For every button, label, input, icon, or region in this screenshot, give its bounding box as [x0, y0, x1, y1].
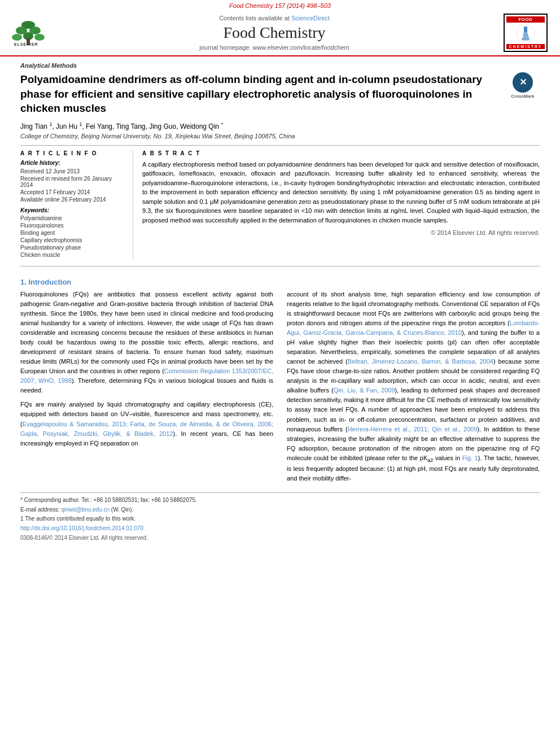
header-center: Contents lists available at ScienceDirec…: [45, 15, 504, 51]
article-info-column: A R T I C L E I N F O Article history: R…: [20, 150, 133, 259]
crossmark-circle: ✕: [513, 72, 533, 93]
body-right-col: account of its short analysis time, high…: [287, 290, 540, 488]
footnote-email: E-mail address: qinwd@bnu.edu.cn (W. Qin…: [20, 506, 540, 514]
svg-point-13: [526, 37, 527, 38]
svg-rect-10: [524, 27, 527, 32]
keyword-6: Chicken muscle: [20, 252, 124, 258]
body-content: 1. Introduction Fluoroquinolones (FQs) a…: [0, 271, 560, 488]
fc-logo-middle: [506, 23, 545, 44]
fc-logo-box: FOOD CHEMISTRY: [504, 14, 548, 52]
fc-logo-icon: [516, 24, 535, 43]
keyword-2: Fluoroquinolones: [20, 222, 124, 229]
journal-citation: Food Chemistry 157 (2014) 498–503: [0, 0, 560, 9]
doi-link[interactable]: http://dx.doi.org/10.1016/j.foodchem.201…: [20, 525, 143, 531]
journal-title: Food Chemistry: [45, 24, 504, 42]
crossmark-icon: ✕: [519, 76, 527, 89]
abstract-text: A capillary electrophoresis method based…: [142, 160, 540, 225]
keyword-3: Binding agent: [20, 230, 124, 236]
abstract-copyright: © 2014 Elsevier Ltd. All rights reserved…: [142, 229, 540, 236]
crossmark-label: CrossMark: [506, 94, 540, 100]
svg-point-4: [12, 34, 22, 41]
svg-text:ELSEVIER: ELSEVIER: [14, 42, 38, 46]
svg-point-6: [34, 34, 45, 41]
sciencedirect-link[interactable]: ScienceDirect: [291, 15, 330, 21]
authors: Jing Tian 1, Jun Hu 1, Fei Yang, Ting Ta…: [20, 121, 540, 130]
article-section: Analytical Methods Polyamidoamine dendri…: [0, 56, 560, 267]
body-text-col2: account of its short analysis time, high…: [287, 290, 540, 483]
article-info-abstract: A R T I C L E I N F O Article history: R…: [20, 150, 540, 259]
fc-logo-top-text: FOOD: [506, 16, 545, 23]
svg-point-11: [522, 38, 530, 41]
elsevier-logo: ELSEVIER: [11, 20, 45, 46]
accepted-date: Accepted 17 February 2014: [20, 189, 124, 195]
section1-title: 1. Introduction: [20, 278, 540, 286]
journal-homepage: journal homepage: www.elsevier.com/locat…: [45, 44, 504, 51]
article-title: Polyamidoamine dendrimers as off-column …: [20, 72, 540, 116]
received-date: Received 12 June 2013: [20, 168, 124, 174]
svg-point-12: [523, 36, 524, 38]
food-chemistry-logo: FOOD CHEMISTRY: [504, 14, 549, 52]
available-date: Available online 26 February 2014: [20, 196, 124, 203]
keyword-4: Capillary electrophoresis: [20, 237, 124, 243]
footnote-section: * Corresponding author. Tel.: +86 10 588…: [20, 492, 540, 541]
keyword-5: Pseudostationary phase: [20, 244, 124, 251]
body-text-col1-p1: Fluoroquinolones (FQs) are antibiotics t…: [20, 290, 273, 396]
keyword-1: Polyamidoamine: [20, 215, 124, 221]
body-left-col: Fluoroquinolones (FQs) are antibiotics t…: [20, 290, 273, 488]
body-two-col: Fluoroquinolones (FQs) are antibiotics t…: [20, 290, 540, 488]
elsevier-tree-icon: ELSEVIER: [11, 20, 45, 46]
email-link[interactable]: qinwd@bnu.edu.cn: [61, 506, 110, 513]
sciencedirect-line: Contents lists available at ScienceDirec…: [45, 15, 504, 21]
footnote-equal-contrib: 1 The authors contributed equally to thi…: [20, 515, 540, 523]
article-type: Analytical Methods: [20, 62, 540, 69]
article-info-header: A R T I C L E I N F O: [20, 150, 124, 156]
article-history-label: Article history:: [20, 160, 124, 166]
abstract-column: A B S T R A C T A capillary electrophore…: [133, 150, 540, 259]
body-text-col1-p2: FQs are mainly analysed by liquid chroma…: [20, 400, 273, 448]
footnote-doi: http://dx.doi.org/10.1016/j.foodchem.201…: [20, 525, 540, 533]
fc-logo-bottom-text: CHEMISTRY: [506, 44, 545, 49]
footer-copyright: 0308-8146/© 2014 Elsevier Ltd. All right…: [20, 535, 540, 541]
keywords-label: Keywords:: [20, 207, 124, 213]
abstract-header: A B S T R A C T: [142, 150, 540, 156]
divider-2: [20, 266, 540, 267]
crossmark-badge: ✕ CrossMark: [506, 72, 540, 100]
divider-1: [20, 145, 540, 146]
journal-header: ELSEVIER Contents lists available at Sci…: [0, 9, 560, 56]
footnote-corresponding: * Corresponding author. Tel.: +86 10 588…: [20, 496, 540, 505]
revised-date: Received in revised form 26 January 2014: [20, 176, 124, 188]
affiliation: College of Chemistry, Beijing Normal Uni…: [20, 133, 540, 139]
page: Food Chemistry 157 (2014) 498–503 ELSEVI…: [0, 0, 560, 747]
